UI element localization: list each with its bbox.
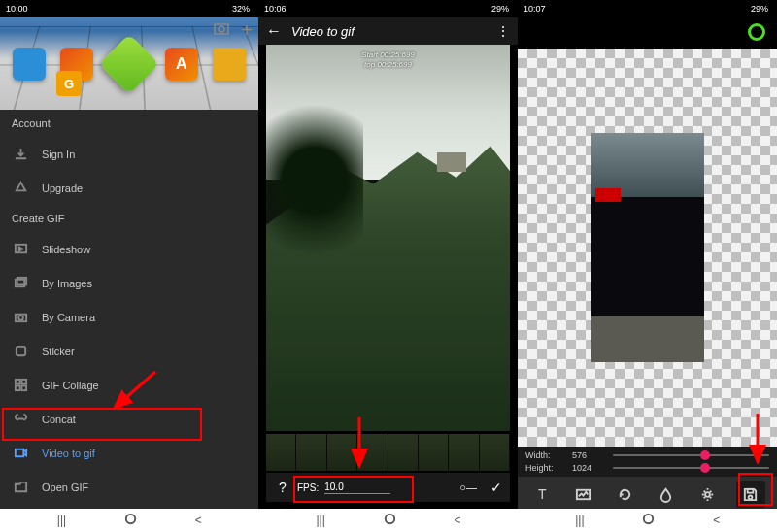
fps-input[interactable] [324, 481, 390, 494]
image-tool[interactable] [571, 482, 596, 507]
screen-title: Video to gif [291, 24, 487, 39]
main-menu: Account Sign In Upgrade Create GIF Slide… [0, 110, 258, 509]
menu-label: Open GIF [42, 482, 88, 493]
camera-button[interactable] [214, 21, 229, 39]
save-button[interactable] [736, 481, 765, 508]
menu-video-to-gif[interactable]: Video to gif [0, 436, 258, 470]
fps-label: FPS: [297, 482, 319, 493]
confirm-button[interactable]: ✓ [490, 480, 502, 495]
menu-label: By Images [42, 278, 92, 289]
svg-rect-10 [16, 380, 20, 384]
svg-point-8 [18, 316, 23, 320]
nav-back[interactable]: < [195, 514, 202, 527]
status-bar: 10:06 29% [258, 0, 518, 17]
status-time: 10:06 [264, 4, 287, 14]
nav-back[interactable]: < [713, 514, 720, 527]
slideshow-icon [14, 242, 28, 256]
battery-pct: 29% [751, 4, 768, 14]
video-icon [14, 446, 28, 460]
upgrade-icon [14, 181, 28, 195]
overlay-start: Start 00:25:699 [361, 50, 415, 60]
back-button[interactable]: ← [266, 22, 282, 40]
loading-indicator-icon [748, 23, 765, 41]
time-overlay: Start 00:25:699 top 00:25:699 [361, 50, 415, 71]
output-topbar [518, 17, 777, 49]
screen-menu: 10:00 32% A G Account Sign In Upgrade [0, 0, 258, 509]
battery-pct: 32% [232, 4, 250, 14]
menu-label: Sign In [42, 149, 75, 160]
banner-diamond-icon [99, 33, 159, 93]
menu-label: Video to gif [42, 448, 95, 459]
timeline[interactable] [266, 434, 510, 471]
nav-back[interactable]: < [454, 514, 460, 527]
open-icon [14, 480, 28, 494]
width-value: 576 [572, 450, 605, 460]
status-icons: 29% [739, 4, 771, 14]
menu-bycamera[interactable]: By Camera [0, 300, 258, 334]
status-icons: 29% [480, 4, 512, 14]
menu-label: Slideshow [42, 244, 90, 255]
svg-point-33 [644, 515, 653, 523]
menu-concat[interactable]: Concat [0, 402, 258, 436]
blur-tool[interactable] [654, 482, 679, 507]
output-frame [591, 133, 704, 362]
more-button[interactable]: ⋮ [496, 23, 510, 39]
status-time: 10:07 [524, 4, 546, 14]
output-canvas[interactable] [518, 49, 777, 447]
battery-pct: 29% [491, 4, 509, 14]
banner-text-icon: A [165, 48, 198, 81]
svg-point-29 [749, 495, 753, 499]
svg-rect-14 [16, 449, 23, 457]
nav-recents[interactable]: ||| [316, 514, 324, 527]
fps-controls: ? FPS: ○— ✓ [266, 473, 510, 502]
menu-collage[interactable]: GIF Collage [0, 368, 258, 402]
svg-point-27 [705, 492, 710, 497]
menu-label: Upgrade [42, 183, 83, 194]
images-icon [14, 276, 28, 290]
nav-recents[interactable]: ||| [575, 514, 584, 527]
section-create: Create GIF [0, 205, 258, 232]
menu-opengif[interactable]: Open GIF [0, 470, 258, 504]
link-toggle[interactable]: ○— [459, 482, 477, 493]
menu-sticker[interactable]: Sticker [0, 334, 258, 368]
nav-home[interactable] [383, 512, 397, 529]
nav-home[interactable] [123, 512, 138, 529]
add-button[interactable]: + [241, 19, 253, 42]
section-account: Account [0, 110, 258, 137]
dimensions-panel: Width: 576 Height: 1024 [518, 447, 777, 477]
menu-slideshow[interactable]: Slideshow [0, 232, 258, 266]
camera-icon [14, 310, 28, 324]
svg-rect-28 [748, 488, 754, 492]
sticker-icon [14, 344, 28, 358]
screen-editor: 10:06 29% ← Video to gif ⋮ Start 00:25:6… [258, 0, 518, 509]
help-button[interactable]: ? [274, 480, 291, 495]
rotate-tool[interactable] [612, 482, 637, 507]
width-slider[interactable] [613, 454, 769, 456]
height-value: 1024 [572, 463, 605, 473]
svg-rect-12 [16, 385, 20, 390]
svg-rect-9 [17, 347, 25, 355]
banner-camera-icon [13, 48, 46, 81]
menu-upgrade[interactable]: Upgrade [0, 171, 258, 205]
svg-point-32 [385, 515, 393, 523]
menu-byimages[interactable]: By Images [0, 266, 258, 300]
video-preview[interactable]: Start 00:25:699 top 00:25:699 [266, 45, 510, 431]
screen-output: 10:07 29% Width: 576 Height: 1024 [518, 0, 777, 509]
editor-topbar: ← Video to gif ⋮ [258, 17, 518, 45]
nav-home[interactable] [641, 512, 656, 529]
nav-recents[interactable]: ||| [57, 514, 66, 527]
menu-label: GIF Collage [42, 380, 99, 391]
collage-icon [14, 378, 28, 392]
overlay-stop: top 00:25:699 [361, 60, 415, 70]
text-tool[interactable]: T [529, 482, 555, 507]
settings-tool[interactable] [694, 482, 720, 507]
svg-rect-13 [21, 385, 26, 390]
status-bar: 10:07 29% [518, 0, 777, 17]
status-bar: 10:00 32% [0, 0, 258, 17]
menu-label: Concat [42, 414, 76, 425]
menu-signin[interactable]: Sign In [0, 137, 258, 171]
status-time: 10:00 [6, 4, 28, 14]
height-slider[interactable] [613, 467, 769, 469]
android-nav-bar: ||| < ||| < ||| < [0, 509, 777, 532]
width-label: Width: [525, 450, 564, 460]
